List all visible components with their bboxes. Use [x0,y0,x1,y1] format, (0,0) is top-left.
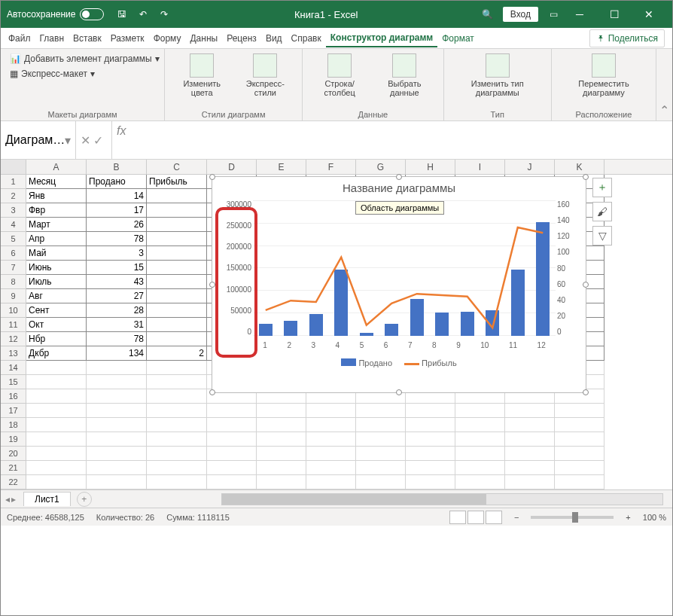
cell[interactable] [207,447,257,461]
sheet-nav-next-icon[interactable]: ▸ [11,494,16,505]
col-header[interactable]: E [257,160,306,174]
row-header[interactable]: 11 [1,318,26,332]
cell[interactable] [147,461,207,475]
cell[interactable] [455,418,505,432]
cell[interactable] [26,361,87,375]
col-header[interactable]: H [406,160,455,174]
login-button[interactable]: Вход [503,7,538,22]
cell[interactable] [26,418,87,432]
cell[interactable] [26,389,87,404]
row-header[interactable]: 17 [1,404,26,418]
cell[interactable] [26,375,87,389]
cell[interactable] [26,461,87,475]
toggle-icon[interactable] [80,8,104,20]
tab-formulas[interactable]: Форму [149,30,186,47]
row-header[interactable]: 15 [1,375,26,389]
redo-icon[interactable]: ↷ [155,5,173,23]
selection-handle[interactable] [209,389,215,395]
cell[interactable] [406,432,455,447]
cell[interactable]: 2 [147,346,207,361]
cell[interactable] [147,289,207,303]
sheet-nav-prev-icon[interactable]: ◂ [5,494,10,505]
col-header[interactable]: A [26,160,87,174]
cell[interactable] [555,475,604,489]
cell[interactable] [505,432,555,447]
zoom-level[interactable]: 100 % [643,513,666,522]
cell[interactable] [455,461,505,475]
cell[interactable] [406,461,455,475]
cell[interactable]: 3 [87,246,147,261]
cell[interactable]: Продано [87,175,147,189]
cell[interactable]: Окт [26,318,87,332]
row-header[interactable]: 1 [1,175,26,189]
fx-icon[interactable]: fx [117,124,126,138]
sheet-tab[interactable]: Лист1 [23,492,71,506]
ribbon-options-icon[interactable]: ▭ [544,5,562,23]
col-header[interactable]: J [505,160,555,174]
cell[interactable] [147,303,207,318]
row-header[interactable]: 5 [1,232,26,246]
change-chart-type-button[interactable]: Изменить тип диаграммы [450,52,545,99]
cell[interactable] [257,461,306,475]
tab-home[interactable]: Главн [35,30,69,47]
cell[interactable]: Нбр [26,332,87,346]
page-layout-view-button[interactable] [467,511,484,524]
cell[interactable] [147,332,207,346]
cell[interactable] [555,418,604,432]
cell[interactable]: Сент [26,303,87,318]
tab-review[interactable]: Реценз [222,30,261,47]
row-header[interactable]: 7 [1,261,26,275]
add-sheet-button[interactable]: + [77,492,92,507]
cell[interactable] [306,447,356,461]
cell[interactable]: Дкбр [26,346,87,361]
cell[interactable] [147,475,207,489]
cell[interactable] [406,447,455,461]
cell[interactable] [505,447,555,461]
col-header[interactable]: I [455,160,505,174]
cell[interactable] [26,432,87,447]
page-break-view-button[interactable] [486,511,502,524]
quick-layout-button[interactable]: ▦ Экспресс-макет ▾ [7,67,158,81]
close-button[interactable]: ✕ [632,1,666,28]
cell[interactable] [147,389,207,404]
minimize-button[interactable]: ─ [562,1,597,28]
cell[interactable] [147,318,207,332]
chart-plot-area[interactable]: 300000250000200000150000100000500000 160… [253,200,556,336]
cell[interactable]: 26 [87,218,147,232]
row-header[interactable]: 12 [1,332,26,346]
tab-data[interactable]: Данны [185,30,222,47]
cell[interactable] [455,404,505,418]
secondary-y-axis[interactable]: 160140120100806040200 [557,200,583,336]
cell[interactable] [257,475,306,489]
row-header[interactable]: 14 [1,361,26,375]
cell[interactable]: 31 [87,318,147,332]
cell[interactable]: Июль [26,275,87,289]
cell[interactable] [356,461,406,475]
cell[interactable] [147,218,207,232]
cell[interactable] [87,375,147,389]
autosave-toggle[interactable]: Автосохранение [7,8,104,20]
cell[interactable] [87,461,147,475]
formula-input[interactable] [130,121,672,159]
col-header[interactable]: K [555,160,604,174]
cell[interactable] [306,404,356,418]
tab-layout[interactable]: Разметк [106,30,149,47]
cell[interactable] [207,432,257,447]
row-header[interactable]: 16 [1,389,26,404]
switch-rowcol-button[interactable]: Строка/столбец [309,52,370,99]
chart-styles-button[interactable]: 🖌 [592,202,612,221]
row-header[interactable]: 18 [1,418,26,432]
cell[interactable] [505,418,555,432]
cell[interactable] [406,475,455,489]
horizontal-scrollbar[interactable] [221,493,663,505]
row-header[interactable]: 10 [1,303,26,318]
tab-chart-design[interactable]: Конструктор диаграмм [326,29,437,47]
selection-handle[interactable] [209,174,215,180]
row-header[interactable]: 4 [1,218,26,232]
cell[interactable] [87,418,147,432]
row-header[interactable]: 6 [1,246,26,261]
cell[interactable] [147,261,207,275]
row-header[interactable]: 13 [1,346,26,361]
cell[interactable] [306,418,356,432]
cell[interactable] [87,404,147,418]
